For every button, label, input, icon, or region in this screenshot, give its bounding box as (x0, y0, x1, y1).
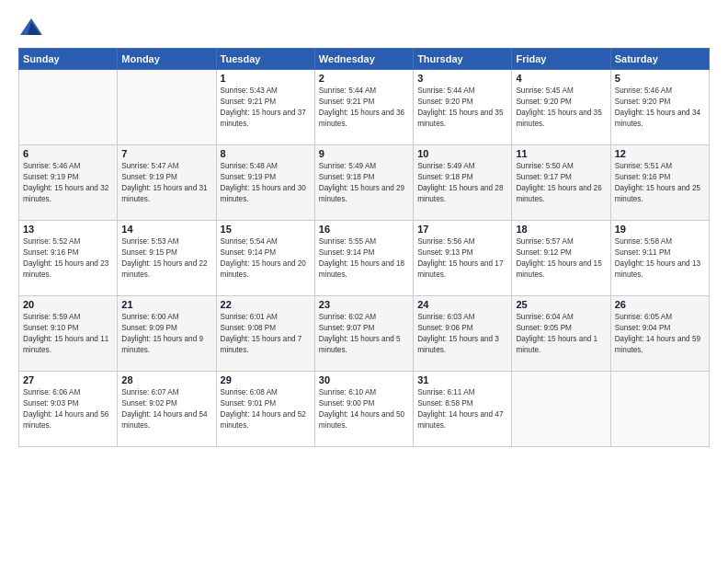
day-number: 18 (516, 224, 606, 235)
weekday-header-monday: Monday (118, 49, 216, 70)
calendar-cell: 22Sunrise: 6:01 AM Sunset: 9:08 PM Dayli… (216, 296, 314, 372)
day-number: 5 (615, 73, 705, 84)
calendar-week-row: 20Sunrise: 5:59 AM Sunset: 9:10 PM Dayli… (19, 296, 710, 372)
day-info: Sunrise: 6:04 AM Sunset: 9:05 PM Dayligh… (516, 312, 606, 356)
calendar-cell: 7Sunrise: 5:47 AM Sunset: 9:19 PM Daylig… (118, 145, 216, 221)
day-number: 21 (121, 299, 211, 310)
day-number: 2 (319, 73, 409, 84)
calendar-week-row: 1Sunrise: 5:43 AM Sunset: 9:21 PM Daylig… (19, 70, 710, 145)
calendar-cell: 26Sunrise: 6:05 AM Sunset: 9:04 PM Dayli… (610, 296, 709, 372)
day-number: 14 (121, 224, 211, 235)
calendar-cell (118, 70, 216, 145)
calendar-cell: 15Sunrise: 5:54 AM Sunset: 9:14 PM Dayli… (216, 221, 314, 296)
day-number: 4 (516, 73, 606, 84)
day-number: 24 (417, 299, 507, 310)
day-info: Sunrise: 6:05 AM Sunset: 9:04 PM Dayligh… (615, 312, 705, 356)
weekday-header-thursday: Thursday (414, 49, 512, 70)
calendar-table: SundayMondayTuesdayWednesdayThursdayFrid… (18, 48, 710, 447)
day-info: Sunrise: 5:44 AM Sunset: 9:21 PM Dayligh… (319, 86, 409, 130)
day-info: Sunrise: 6:10 AM Sunset: 9:00 PM Dayligh… (319, 387, 409, 431)
day-number: 6 (23, 148, 113, 159)
day-number: 12 (615, 148, 705, 159)
weekday-header-tuesday: Tuesday (216, 49, 314, 70)
day-info: Sunrise: 6:06 AM Sunset: 9:03 PM Dayligh… (23, 387, 113, 431)
logo-icon (18, 15, 44, 40)
weekday-header-saturday: Saturday (610, 49, 709, 70)
calendar-cell (512, 372, 610, 447)
calendar-cell: 29Sunrise: 6:08 AM Sunset: 9:01 PM Dayli… (216, 372, 314, 447)
day-number: 22 (221, 299, 311, 310)
weekday-header-wednesday: Wednesday (314, 49, 413, 70)
day-info: Sunrise: 6:08 AM Sunset: 9:01 PM Dayligh… (221, 387, 311, 431)
calendar-cell: 3Sunrise: 5:44 AM Sunset: 9:20 PM Daylig… (414, 70, 512, 145)
calendar-cell: 30Sunrise: 6:10 AM Sunset: 9:00 PM Dayli… (314, 372, 413, 447)
day-number: 23 (319, 299, 409, 310)
day-info: Sunrise: 6:00 AM Sunset: 9:09 PM Dayligh… (121, 312, 211, 356)
day-number: 13 (23, 224, 113, 235)
day-number: 16 (319, 224, 409, 235)
day-info: Sunrise: 5:47 AM Sunset: 9:19 PM Dayligh… (121, 161, 211, 205)
day-number: 28 (121, 374, 211, 385)
day-info: Sunrise: 5:59 AM Sunset: 9:10 PM Dayligh… (23, 312, 113, 356)
day-number: 25 (516, 299, 606, 310)
day-number: 1 (221, 73, 311, 84)
day-info: Sunrise: 5:46 AM Sunset: 9:19 PM Dayligh… (23, 161, 113, 205)
day-info: Sunrise: 6:07 AM Sunset: 9:02 PM Dayligh… (121, 387, 211, 431)
day-info: Sunrise: 5:54 AM Sunset: 9:14 PM Dayligh… (221, 236, 311, 281)
day-info: Sunrise: 5:50 AM Sunset: 9:17 PM Dayligh… (516, 161, 606, 205)
calendar-week-row: 27Sunrise: 6:06 AM Sunset: 9:03 PM Dayli… (19, 372, 710, 447)
calendar-cell: 4Sunrise: 5:45 AM Sunset: 9:20 PM Daylig… (512, 70, 610, 145)
calendar-cell: 19Sunrise: 5:58 AM Sunset: 9:11 PM Dayli… (610, 221, 709, 296)
calendar-cell: 20Sunrise: 5:59 AM Sunset: 9:10 PM Dayli… (19, 296, 118, 372)
day-info: Sunrise: 6:03 AM Sunset: 9:06 PM Dayligh… (417, 312, 507, 356)
calendar-cell: 18Sunrise: 5:57 AM Sunset: 9:12 PM Dayli… (512, 221, 610, 296)
day-info: Sunrise: 5:58 AM Sunset: 9:11 PM Dayligh… (615, 236, 705, 281)
calendar-cell: 9Sunrise: 5:49 AM Sunset: 9:18 PM Daylig… (314, 145, 413, 221)
calendar-cell: 17Sunrise: 5:56 AM Sunset: 9:13 PM Dayli… (414, 221, 512, 296)
day-info: Sunrise: 5:51 AM Sunset: 9:16 PM Dayligh… (615, 161, 705, 205)
calendar-cell: 12Sunrise: 5:51 AM Sunset: 9:16 PM Dayli… (610, 145, 709, 221)
calendar-cell: 21Sunrise: 6:00 AM Sunset: 9:09 PM Dayli… (118, 296, 216, 372)
day-number: 15 (221, 224, 311, 235)
day-info: Sunrise: 6:11 AM Sunset: 8:58 PM Dayligh… (417, 387, 507, 431)
day-info: Sunrise: 5:48 AM Sunset: 9:19 PM Dayligh… (221, 161, 311, 205)
day-number: 20 (23, 299, 113, 310)
day-info: Sunrise: 5:53 AM Sunset: 9:15 PM Dayligh… (121, 236, 211, 281)
calendar-cell (19, 70, 118, 145)
calendar-cell: 8Sunrise: 5:48 AM Sunset: 9:19 PM Daylig… (216, 145, 314, 221)
day-info: Sunrise: 5:56 AM Sunset: 9:13 PM Dayligh… (417, 236, 507, 281)
calendar-week-row: 13Sunrise: 5:52 AM Sunset: 9:16 PM Dayli… (19, 221, 710, 296)
calendar-cell (610, 372, 709, 447)
calendar-cell: 5Sunrise: 5:46 AM Sunset: 9:20 PM Daylig… (610, 70, 709, 145)
day-number: 3 (417, 73, 507, 84)
day-number: 30 (319, 374, 409, 385)
day-info: Sunrise: 6:02 AM Sunset: 9:07 PM Dayligh… (319, 312, 409, 356)
page-container: SundayMondayTuesdayWednesdayThursdayFrid… (0, 0, 728, 456)
day-number: 26 (615, 299, 705, 310)
calendar-cell: 6Sunrise: 5:46 AM Sunset: 9:19 PM Daylig… (19, 145, 118, 221)
header (18, 15, 710, 40)
day-number: 11 (516, 148, 606, 159)
day-number: 19 (615, 224, 705, 235)
calendar-cell: 14Sunrise: 5:53 AM Sunset: 9:15 PM Dayli… (118, 221, 216, 296)
weekday-header-row: SundayMondayTuesdayWednesdayThursdayFrid… (19, 49, 710, 70)
day-info: Sunrise: 5:57 AM Sunset: 9:12 PM Dayligh… (516, 236, 606, 281)
calendar-cell: 13Sunrise: 5:52 AM Sunset: 9:16 PM Dayli… (19, 221, 118, 296)
calendar-cell: 23Sunrise: 6:02 AM Sunset: 9:07 PM Dayli… (314, 296, 413, 372)
day-number: 9 (319, 148, 409, 159)
day-info: Sunrise: 5:45 AM Sunset: 9:20 PM Dayligh… (516, 86, 606, 130)
day-info: Sunrise: 5:55 AM Sunset: 9:14 PM Dayligh… (319, 236, 409, 281)
calendar-cell: 1Sunrise: 5:43 AM Sunset: 9:21 PM Daylig… (216, 70, 314, 145)
day-number: 8 (221, 148, 311, 159)
calendar-cell: 10Sunrise: 5:49 AM Sunset: 9:18 PM Dayli… (414, 145, 512, 221)
day-number: 29 (221, 374, 311, 385)
day-info: Sunrise: 5:46 AM Sunset: 9:20 PM Dayligh… (615, 86, 705, 130)
day-number: 7 (121, 148, 211, 159)
day-info: Sunrise: 6:01 AM Sunset: 9:08 PM Dayligh… (221, 312, 311, 356)
calendar-cell: 2Sunrise: 5:44 AM Sunset: 9:21 PM Daylig… (314, 70, 413, 145)
day-info: Sunrise: 5:43 AM Sunset: 9:21 PM Dayligh… (221, 86, 311, 130)
day-info: Sunrise: 5:44 AM Sunset: 9:20 PM Dayligh… (417, 86, 507, 130)
day-info: Sunrise: 5:52 AM Sunset: 9:16 PM Dayligh… (23, 236, 113, 281)
weekday-header-friday: Friday (512, 49, 610, 70)
calendar-week-row: 6Sunrise: 5:46 AM Sunset: 9:19 PM Daylig… (19, 145, 710, 221)
